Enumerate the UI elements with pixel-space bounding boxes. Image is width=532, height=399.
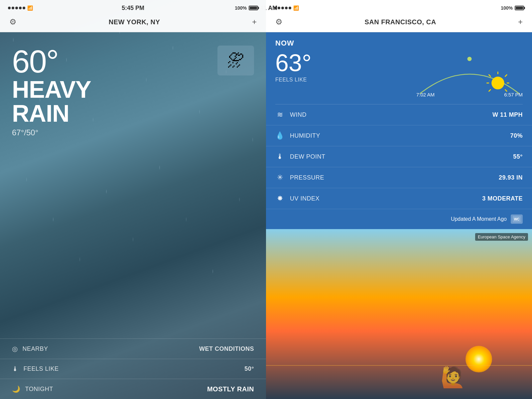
- right-wifi-icon: 📶: [293, 5, 299, 11]
- feels-like-row: 🌡 FEELS LIKE 50°: [0, 359, 266, 379]
- right-signal-dot-4: [285, 7, 288, 9]
- left-panel: 📶 5:45 PM 100% ⚙ NEW YORK, NY + 60° HEAV…: [0, 0, 266, 399]
- sun-arc-container: 7:02 AM 6:57 PM: [416, 51, 523, 97]
- right-plus-icon[interactable]: +: [518, 17, 523, 27]
- uv-index-label: UV INDEX: [290, 195, 320, 202]
- signal-dots: [8, 7, 25, 9]
- humidity-icon: 💧: [275, 131, 285, 140]
- left-main-content: 60° HEAVY RAIN 67°/50° ⛈: [0, 32, 266, 137]
- nearby-value: WET CONDITIONS: [199, 345, 254, 352]
- sunrise-time: 7:02 AM: [416, 92, 435, 97]
- sunset-time: 6:57 PM: [504, 92, 523, 97]
- now-section-label: NOW: [266, 32, 532, 51]
- moon-icon: 🌙: [12, 385, 21, 393]
- svg-line-6: [489, 74, 491, 76]
- right-battery-fill: [516, 7, 523, 9]
- left-battery-icon: [249, 6, 258, 10]
- tonight-label: TONIGHT: [25, 386, 53, 393]
- right-signal-dot-3: [281, 7, 284, 9]
- left-status-right: 100%: [235, 5, 258, 11]
- wind-value: W 11 MPH: [492, 111, 523, 118]
- dew-point-label: DEW POINT: [290, 153, 326, 160]
- svg-text:WC: WC: [514, 217, 520, 221]
- left-weather-icon-box: ⛈: [217, 46, 254, 75]
- wifi-icon: 📶: [27, 5, 33, 11]
- updated-text: Updated A Moment Ago: [451, 216, 507, 222]
- status-left: 📶: [8, 5, 33, 11]
- feels-like-row-left: 🌡 FEELS LIKE: [12, 365, 59, 373]
- right-bottom-image: 🙋 European Space Agency: [266, 229, 532, 399]
- left-header: ⚙ NEW YORK, NY +: [0, 13, 266, 32]
- cloud-rain-icon: ⛈: [227, 51, 244, 70]
- tonight-row-left: 🌙 TONIGHT: [12, 385, 53, 393]
- right-status-right: 100%: [501, 5, 524, 11]
- dew-point-row: 🌡 DEW POINT 55°: [266, 146, 532, 167]
- uv-index-row-left: ✸ UV INDEX: [275, 194, 320, 203]
- pressure-label: PRESSURE: [290, 174, 324, 181]
- svg-line-8: [489, 89, 491, 91]
- left-plus-icon[interactable]: +: [252, 17, 257, 27]
- pressure-row-left: ✳ PRESSURE: [275, 173, 324, 182]
- tonight-row: 🌙 TONIGHT MOSTLY RAIN: [0, 379, 266, 399]
- dew-point-value: 55°: [513, 153, 523, 160]
- wind-label: WIND: [290, 111, 307, 118]
- signal-dot-4: [19, 7, 22, 9]
- right-main-content: NOW 63° FEELS LIKE: [266, 32, 532, 229]
- person-silhouette: 🙋: [441, 365, 466, 389]
- left-battery-percent: 100%: [235, 5, 247, 11]
- uv-index-value: 3 MODERATE: [482, 195, 523, 202]
- left-condition-line2: RAIN: [12, 101, 254, 125]
- nearby-label: NEARBY: [23, 345, 48, 352]
- pressure-icon: ✳: [275, 173, 285, 182]
- left-status-bar: 📶 5:45 PM 100%: [0, 0, 266, 13]
- right-gear-icon[interactable]: ⚙: [275, 17, 283, 27]
- signal-dot-2: [12, 7, 14, 9]
- svg-line-3: [505, 74, 507, 76]
- humidity-row-left: 💧 HUMIDITY: [275, 131, 320, 140]
- now-top: 63° FEELS LIKE: [266, 51, 532, 104]
- humidity-value: 70%: [510, 132, 523, 139]
- left-condition-line1: HEAVY: [12, 77, 254, 101]
- signal-dot-3: [15, 7, 18, 9]
- wind-icon: ≋: [275, 110, 285, 119]
- uv-icon: ✸: [275, 194, 285, 203]
- humidity-row: 💧 HUMIDITY 70%: [266, 125, 532, 146]
- now-feels-like-label: FEELS LIKE: [275, 77, 312, 83]
- svg-point-1: [491, 76, 504, 89]
- right-panel: 📶 9:41 AM 100% ⚙ SAN FRANCISCO, CA + NOW…: [266, 0, 532, 399]
- signal-dot-5: [23, 7, 25, 9]
- now-temp-section: 63° FEELS LIKE: [275, 51, 312, 83]
- right-battery-percent: 100%: [501, 5, 513, 11]
- wind-row: ≋ WIND W 11 MPH: [266, 104, 532, 125]
- left-battery-fill: [250, 7, 257, 9]
- nearby-row-left: ◎ NEARBY: [12, 345, 48, 353]
- svg-point-0: [467, 57, 472, 61]
- now-temperature: 63°: [275, 51, 312, 75]
- esa-label: European Space Agency: [475, 233, 528, 241]
- tonight-value: MOSTLY RAIN: [207, 385, 254, 393]
- sun-glow: [466, 346, 492, 372]
- signal-dot-1: [8, 7, 11, 9]
- left-status-time: 5:45 PM: [122, 5, 144, 12]
- pressure-row: ✳ PRESSURE 29.93 IN: [266, 167, 532, 188]
- humidity-label: HUMIDITY: [290, 132, 320, 139]
- dew-point-icon: 🌡: [275, 152, 285, 161]
- uv-index-row: ✸ UV INDEX 3 MODERATE: [266, 188, 532, 209]
- right-status-left: 📶: [274, 5, 299, 11]
- right-signal-dot-2: [278, 7, 280, 9]
- pressure-value: 29.93 IN: [499, 174, 523, 181]
- weather-channel-logo: WC: [511, 214, 523, 224]
- right-status-bar: 📶 9:41 AM 100%: [266, 0, 532, 13]
- updated-row: Updated A Moment Ago WC: [266, 209, 532, 229]
- left-high-low: 67°/50°: [12, 128, 254, 137]
- right-header: ⚙ SAN FRANCISCO, CA +: [266, 13, 532, 32]
- left-info-section: ◎ NEARBY WET CONDITIONS 🌡 FEELS LIKE 50°…: [0, 338, 266, 399]
- feels-like-value: 50°: [244, 365, 254, 372]
- dew-point-row-left: 🌡 DEW POINT: [275, 152, 326, 161]
- thermometer-icon-left: 🌡: [12, 365, 19, 373]
- left-gear-icon[interactable]: ⚙: [9, 17, 17, 27]
- nearby-row: ◎ NEARBY WET CONDITIONS: [0, 338, 266, 359]
- right-signal-dot-5: [289, 7, 291, 9]
- sun-arc-svg: [416, 51, 523, 97]
- wind-row-left: ≋ WIND: [275, 110, 307, 119]
